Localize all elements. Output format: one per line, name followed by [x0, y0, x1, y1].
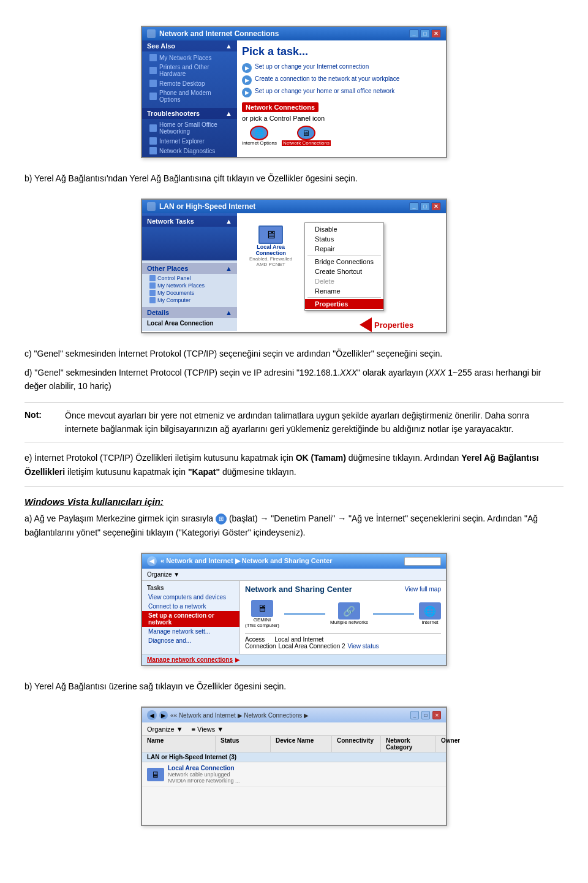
sidebar-item-my-network-places[interactable]: My Network Places — [142, 53, 237, 63]
sidebar-item-ie[interactable]: Internet Explorer — [142, 136, 237, 146]
vista-nav-setup[interactable]: Set up a connection or network — [142, 611, 239, 627]
note-block: Not: Önce mevcut ayarları bir yere not e… — [24, 402, 564, 443]
xp-network-screenshot: Network and Internet Connections _ □ ✕ S… — [141, 26, 447, 158]
close-button[interactable]: ✕ — [431, 29, 441, 38]
sidebar-item-remote-desktop[interactable]: Remote Desktop — [142, 78, 237, 88]
step-d-label: d) — [24, 368, 32, 377]
vista-search-box[interactable] — [404, 557, 441, 566]
step-c-label: c) — [24, 349, 32, 358]
vista-view-status[interactable]: View status — [348, 643, 379, 650]
win7-conn-info: Local Area Connection Network cable unpl… — [168, 765, 240, 784]
vista-nav-manage[interactable]: Manage network sett... — [142, 627, 239, 636]
other-places-my-computer[interactable]: My Computer — [142, 297, 237, 304]
minimize-button-2[interactable]: _ — [409, 202, 419, 211]
vista-access-label: Access — [245, 636, 265, 643]
menu-delete[interactable]: Delete — [305, 276, 383, 286]
network-conn-row: Network Connections — [242, 102, 441, 112]
maximize-button[interactable]: □ — [420, 29, 430, 38]
vista-connector-1 — [284, 613, 325, 615]
win7-maximize[interactable]: □ — [421, 711, 430, 719]
task2-row: ▶ Create a connection to the network at … — [242, 75, 441, 85]
minimize-button[interactable]: _ — [409, 29, 419, 38]
details-header: Details ▲ — [142, 307, 237, 318]
window-icon — [147, 29, 156, 38]
vista-node-internet: 🌐 Internet — [419, 602, 441, 625]
col-connectivity: Connectivity — [332, 736, 381, 752]
step-b-vista-text: Yerel Ağ Bağlantısı üzerine sağ tıklayın… — [34, 681, 286, 691]
win7-win-controls: _ □ ✕ — [410, 711, 441, 719]
menu-rename[interactable]: Rename — [305, 286, 383, 296]
win7-group-header: LAN or High-Speed Internet (3) — [142, 752, 446, 762]
section-divider — [24, 486, 564, 487]
vista-breadcrumb: « Network and Internet ▶ Network and Sha… — [160, 557, 333, 565]
sidebar-item-printers[interactable]: Printers and Other Hardware — [142, 63, 237, 78]
win7-organize-btn[interactable]: Organize ▼ — [147, 726, 183, 733]
sidebar-item-home-networking[interactable]: Home or Small Office Networking — [142, 120, 237, 136]
other-places-my-network[interactable]: My Network Places — [142, 282, 237, 289]
col-status: Status — [216, 736, 271, 752]
vista-nav-diagnose[interactable]: Diagnose and... — [142, 636, 239, 645]
vista-view-full-map[interactable]: View full map — [405, 586, 441, 593]
col-name: Name — [142, 736, 216, 752]
network-conn-icon: 🖥 Network Connections — [282, 126, 331, 146]
context-menu: Disable Status Repair Bridge Connections… — [304, 222, 384, 311]
win7-back-btn[interactable]: ◀ — [147, 710, 157, 720]
vista-organize-btn[interactable]: Organize ▼ — [147, 571, 179, 578]
other-places-control-panel[interactable]: Control Panel — [142, 275, 237, 282]
vista-nav: Tasks View computers and devices Connect… — [142, 581, 240, 654]
xp-body-2: Network Tasks ▲ Other Places ▲ Contr — [142, 213, 446, 331]
vista-titlebar: ◀ « Network and Internet ▶ Network and S… — [142, 554, 446, 569]
step-e-label: e) — [24, 453, 32, 463]
menu-repair[interactable]: Repair — [305, 244, 383, 254]
win7-screenshot: ◀ ▶ «« Network and Internet ▶ Network Co… — [141, 707, 447, 826]
xp-body: See Also ▲ My Network Places Printers an… — [142, 40, 446, 157]
xp-window-title: Network and Internet Connections — [159, 29, 279, 38]
step-b-vista: b) Yerel Ağ Bağlantısı üzerine sağ tıkla… — [24, 680, 564, 693]
task2-text[interactable]: Create a connection to the network at yo… — [255, 75, 399, 82]
details-content: Local Area Connection — [142, 318, 237, 328]
task1-icon: ▶ — [242, 63, 252, 73]
xp-main-2: 🖥 Local Area Connection Enabled, Firewal… — [237, 213, 446, 331]
menu-disable[interactable]: Disable — [305, 224, 383, 234]
maximize-button-2[interactable]: □ — [420, 202, 430, 211]
win7-views-btn[interactable]: ≡ Views ▼ — [192, 726, 224, 733]
vista-nav-connect[interactable]: Connect to a network — [142, 602, 239, 611]
col-network-cat: Network Category — [381, 736, 436, 752]
menu-shortcut[interactable]: Create Shortcut — [305, 267, 383, 276]
win7-forward-btn[interactable]: ▶ — [159, 711, 168, 719]
step-e-text1: İnternet Protokol (TCP/IP) Özellikleri i… — [24, 453, 539, 476]
task3-icon: ▶ — [242, 88, 252, 97]
task3-text[interactable]: Set up or change your home or small offi… — [255, 88, 394, 94]
vista-screenshot: ◀ « Network and Internet ▶ Network and S… — [141, 553, 447, 666]
win7-connection-row[interactable]: 🖥 Local Area Connection Network cable un… — [142, 762, 446, 787]
xp-local-area-screenshot: LAN or High-Speed Internet _ □ ✕ Network… — [141, 199, 447, 333]
see-also-header: See Also ▲ — [142, 40, 237, 51]
task1-text[interactable]: Set up or change your Internet connectio… — [255, 63, 369, 70]
win7-minimize[interactable]: _ — [410, 711, 419, 719]
vista-tasks-heading: Tasks — [142, 583, 239, 593]
xp-titlebar-2: LAN or High-Speed Internet _ □ ✕ — [142, 200, 446, 213]
win7-conn-status: Network cable unplugged — [168, 771, 240, 778]
win7-close[interactable]: ✕ — [432, 711, 441, 719]
xp-sidebar: See Also ▲ My Network Places Printers an… — [142, 40, 237, 157]
vista-manage-link[interactable]: Manage network connections — [147, 656, 233, 663]
vista-nav-view-computers[interactable]: View computers and devices — [142, 593, 239, 602]
menu-bridge[interactable]: Bridge Connections — [305, 257, 383, 267]
note-label: Not: — [24, 409, 55, 436]
close-button-2[interactable]: ✕ — [431, 202, 441, 211]
menu-properties[interactable]: Properties — [305, 299, 383, 309]
vista-body: Tasks View computers and devices Connect… — [142, 581, 446, 654]
window-controls-2: _ □ ✕ — [409, 202, 441, 211]
vista-back-button[interactable]: ◀ — [147, 556, 157, 566]
other-places-my-docs[interactable]: My Documents — [142, 289, 237, 297]
step-d-text: "Genel" sekmesinden Internet Protocol (T… — [24, 368, 541, 391]
vista-conn-label: Connection — [245, 643, 276, 650]
vista-toolbar: Organize ▼ — [142, 569, 446, 581]
vista-manage-arrow: ▶ — [235, 656, 240, 663]
win7-breadcrumb: «« Network and Internet ▶ Network Connec… — [170, 712, 309, 719]
menu-status[interactable]: Status — [305, 234, 383, 244]
step-b-vista-label: b) — [24, 681, 32, 691]
sidebar-item-phone-modem[interactable]: Phone and Modem Options — [142, 88, 237, 104]
sidebar-item-network-diag[interactable]: Network Diagnostics — [142, 146, 237, 156]
vista-bottom-info: Access Local and Internet Connection Loc… — [245, 633, 441, 650]
